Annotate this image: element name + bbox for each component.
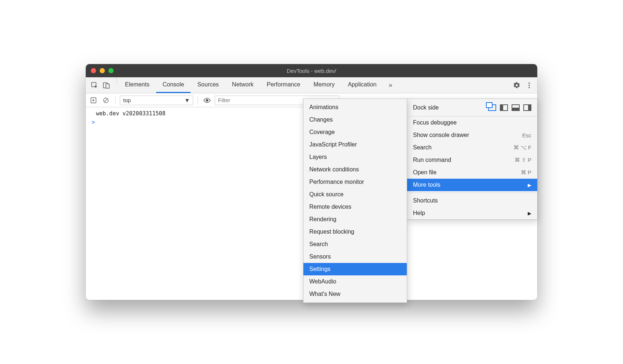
chevron-down-icon: ▼ — [184, 97, 190, 103]
context-selector[interactable]: top ▼ — [120, 96, 193, 105]
tab-console[interactable]: Console — [156, 77, 191, 93]
traffic-lights — [86, 68, 114, 73]
kebab-menu-icon[interactable] — [524, 80, 534, 90]
dock-bottom-icon[interactable] — [512, 104, 520, 111]
dock-side-label: Dock side — [413, 104, 439, 111]
submenu-item-layers[interactable]: Layers — [303, 151, 407, 163]
tab-sources[interactable]: Sources — [191, 77, 225, 93]
submenu-item-coverage[interactable]: Coverage — [303, 126, 407, 138]
submenu-item-javascript-profiler[interactable]: JavaScript Profiler — [303, 138, 407, 151]
menu-item-more-tools[interactable]: More tools ▶ — [407, 179, 537, 191]
menu-item-shortcuts[interactable]: Shortcuts — [407, 194, 537, 207]
submenu-item-network-conditions[interactable]: Network conditions — [303, 163, 407, 176]
minimize-window-button[interactable] — [100, 68, 105, 73]
panel-tabs: Elements Console Sources Network Perform… — [118, 77, 383, 93]
submenu-item-performance-monitor[interactable]: Performance monitor — [303, 176, 407, 188]
submenu-item-animations[interactable]: Animations — [303, 101, 407, 114]
submenu-item-settings[interactable]: Settings — [303, 263, 407, 275]
zoom-window-button[interactable] — [108, 68, 114, 73]
menu-item-help[interactable]: Help ▶ — [407, 207, 537, 219]
window-title: DevTools - web.dev/ — [86, 68, 537, 74]
tab-performance[interactable]: Performance — [260, 77, 307, 93]
submenu-arrow-icon: ▶ — [528, 182, 531, 188]
menu-item-open-file[interactable]: Open file ⌘ P — [407, 166, 537, 179]
svg-point-3 — [528, 82, 530, 84]
tab-memory[interactable]: Memory — [307, 77, 341, 93]
menu-item-focus-debuggee[interactable]: Focus debuggee — [407, 116, 537, 129]
submenu-item-what-s-new[interactable]: What's New — [303, 288, 407, 300]
more-tabs-button[interactable]: » — [383, 77, 398, 93]
menu-item-show-console-drawer[interactable]: Show console drawer Esc — [407, 129, 537, 141]
titlebar: DevTools - web.dev/ — [86, 64, 537, 77]
close-window-button[interactable] — [91, 68, 96, 73]
submenu-item-remote-devices[interactable]: Remote devices — [303, 201, 407, 213]
settings-gear-icon[interactable] — [512, 80, 522, 90]
svg-rect-2 — [106, 84, 109, 88]
svg-line-8 — [104, 99, 108, 102]
submenu-item-quick-source[interactable]: Quick source — [303, 188, 407, 201]
submenu-item-rendering[interactable]: Rendering — [303, 213, 407, 226]
submenu-item-search[interactable]: Search — [303, 238, 407, 250]
dock-undock-icon[interactable] — [488, 104, 496, 111]
tab-elements[interactable]: Elements — [118, 77, 156, 93]
menu-separator — [407, 193, 537, 193]
svg-point-4 — [528, 85, 530, 86]
submenu-item-sensors[interactable]: Sensors — [303, 250, 407, 263]
dock-icons — [488, 104, 531, 111]
main-menu: Dock side Focus debuggee Show console dr… — [407, 99, 537, 220]
menu-item-run-command[interactable]: Run command ⌘ ⇧ P — [407, 154, 537, 166]
more-tools-submenu: AnimationsChangesCoverageJavaScript Prof… — [303, 99, 407, 303]
dock-left-icon[interactable] — [500, 104, 508, 111]
submenu-item-changes[interactable]: Changes — [303, 114, 407, 126]
submenu-item-request-blocking[interactable]: Request blocking — [303, 226, 407, 238]
dock-right-icon[interactable] — [523, 104, 531, 111]
svg-point-5 — [528, 87, 530, 88]
tab-network[interactable]: Network — [225, 77, 260, 93]
execution-context-play-icon[interactable] — [89, 96, 98, 105]
devtools-window: DevTools - web.dev/ Elements Console Sou… — [86, 64, 537, 300]
svg-point-9 — [206, 99, 208, 101]
submenu-item-webaudio[interactable]: WebAudio — [303, 275, 407, 288]
clear-console-icon[interactable] — [101, 96, 111, 105]
context-value: top — [123, 97, 131, 103]
device-toolbar-icon[interactable] — [101, 80, 111, 90]
live-expression-eye-icon[interactable] — [202, 96, 212, 105]
dock-side-row: Dock side — [407, 99, 537, 116]
menu-item-search[interactable]: Search ⌘ ⌥ F — [407, 141, 537, 154]
tab-application[interactable]: Application — [341, 77, 383, 93]
tab-strip: Elements Console Sources Network Perform… — [86, 77, 537, 93]
inspect-element-icon[interactable] — [89, 80, 100, 90]
submenu-arrow-icon: ▶ — [528, 211, 531, 216]
